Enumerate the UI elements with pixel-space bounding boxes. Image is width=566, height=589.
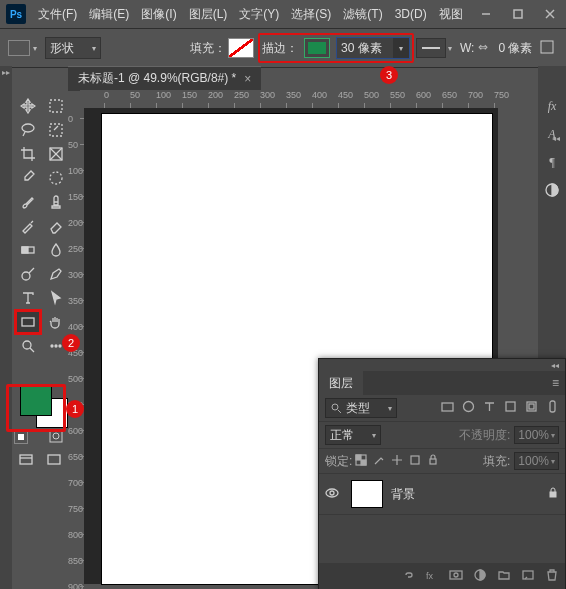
document-tab[interactable]: 未标题-1 @ 49.9%(RGB/8#) * ×	[68, 66, 261, 91]
filter-smart-icon[interactable]	[525, 400, 538, 416]
expand-right-dock-icon[interactable]: ◂◂	[552, 134, 560, 143]
eraser-tool[interactable]	[44, 215, 68, 237]
stamp-tool[interactable]	[44, 191, 68, 213]
filter-shape-icon[interactable]	[504, 400, 517, 416]
group-layers-icon[interactable]	[497, 568, 511, 585]
lock-image-icon[interactable]	[370, 454, 388, 469]
menu-select[interactable]: 选择(S)	[285, 6, 337, 23]
svg-point-46	[454, 573, 458, 577]
menu-layer[interactable]: 图层(L)	[183, 6, 234, 23]
marquee-tool[interactable]	[44, 95, 68, 117]
stroke-style-picker[interactable]	[416, 38, 446, 58]
filter-type-icon[interactable]	[483, 400, 496, 416]
menu-file[interactable]: 文件(F)	[32, 6, 83, 23]
svg-point-28	[332, 404, 338, 410]
layer-mask-icon[interactable]	[449, 568, 463, 585]
frame-tool[interactable]	[44, 143, 68, 165]
svg-text:fx: fx	[426, 571, 434, 581]
menu-edit[interactable]: 编辑(E)	[83, 6, 135, 23]
screen-mode-full[interactable]	[42, 449, 66, 471]
lock-position-icon[interactable]	[388, 454, 406, 469]
collapse-panel-icon[interactable]: ◂◂	[551, 361, 559, 370]
link-layers-icon[interactable]	[401, 568, 415, 585]
adjustment-layer-icon[interactable]	[473, 568, 487, 585]
paragraph-panel-icon[interactable]: ¶	[538, 148, 566, 176]
menu-filter[interactable]: 滤镜(T)	[337, 6, 388, 23]
lasso-tool[interactable]	[16, 119, 40, 141]
expand-left-dock-icon[interactable]: ▸▸	[2, 68, 10, 77]
quick-select-tool[interactable]	[44, 119, 68, 141]
healing-tool[interactable]	[44, 167, 68, 189]
eyedropper-tool[interactable]	[16, 167, 40, 189]
dodge-tool[interactable]	[16, 263, 40, 285]
lock-all-icon[interactable]	[424, 454, 442, 469]
path-select-tool[interactable]	[44, 287, 68, 309]
layer-visibility-icon[interactable]	[325, 486, 343, 503]
menu-view[interactable]: 视图	[433, 6, 469, 23]
layer-row[interactable]: 背景	[319, 474, 565, 515]
blend-mode-dropdown[interactable]: 正常 ▾	[325, 425, 381, 445]
panel-menu-icon[interactable]: ≡	[552, 376, 559, 390]
svg-rect-45	[450, 571, 462, 579]
delete-layer-icon[interactable]	[545, 568, 559, 585]
svg-point-20	[55, 345, 57, 347]
history-brush-tool[interactable]	[16, 215, 40, 237]
hand-tool[interactable]	[44, 311, 68, 333]
styles-panel-icon[interactable]: fx	[538, 92, 566, 120]
type-tool[interactable]	[16, 287, 40, 309]
lock-transparency-icon[interactable]	[352, 454, 370, 469]
filter-pixel-icon[interactable]	[441, 400, 454, 416]
crop-tool[interactable]	[16, 143, 40, 165]
filter-adjust-icon[interactable]	[462, 400, 475, 416]
svg-rect-35	[550, 401, 555, 412]
ruler-tick: 50	[130, 90, 140, 100]
rectangle-tool[interactable]	[16, 311, 40, 333]
opacity-input[interactable]: 100% ▾	[514, 426, 559, 444]
fill-label: 填充：	[190, 40, 226, 57]
svg-point-42	[330, 491, 334, 495]
new-layer-icon[interactable]	[521, 568, 535, 585]
default-colors-icon[interactable]	[14, 430, 28, 444]
menu-3d[interactable]: 3D(D)	[389, 7, 433, 21]
layer-fx-icon[interactable]: fx	[425, 568, 439, 585]
zoom-tool[interactable]	[16, 335, 40, 357]
screen-mode-standard[interactable]	[14, 449, 38, 471]
move-tool[interactable]	[16, 95, 40, 117]
brush-tool[interactable]	[16, 191, 40, 213]
svg-point-14	[22, 272, 30, 280]
width-value[interactable]: 0 像素	[498, 40, 532, 57]
menu-image[interactable]: 图像(I)	[135, 6, 182, 23]
link-icon[interactable]: ⇔	[478, 40, 494, 56]
blur-tool[interactable]	[44, 239, 68, 261]
stroke-color-picker[interactable]	[304, 38, 330, 58]
filter-toggle-icon[interactable]	[546, 400, 559, 416]
layer-thumbnail[interactable]	[351, 480, 383, 508]
layers-tab[interactable]: 图层	[319, 371, 363, 395]
filter-label: 类型	[346, 400, 370, 417]
svg-rect-48	[523, 571, 533, 579]
callout-1: 1	[66, 400, 84, 418]
fill-opacity-input[interactable]: 100% ▾	[514, 452, 559, 470]
window-maximize[interactable]	[502, 0, 534, 28]
window-minimize[interactable]	[470, 0, 502, 28]
lock-artboard-icon[interactable]	[406, 454, 424, 469]
pen-tool[interactable]	[44, 263, 68, 285]
window-close[interactable]	[534, 0, 566, 28]
layer-name[interactable]: 背景	[391, 486, 415, 503]
chevron-down-icon[interactable]: ▾	[393, 38, 409, 58]
ruler-tick: 650	[68, 452, 83, 462]
main-menu: 文件(F) 编辑(E) 图像(I) 图层(L) 文字(Y) 选择(S) 滤镜(T…	[32, 0, 469, 28]
adjustments-panel-icon[interactable]	[538, 176, 566, 204]
opacity-label: 不透明度:	[459, 427, 510, 444]
gradient-tool[interactable]	[16, 239, 40, 261]
tool-preset-picker[interactable]	[8, 40, 30, 56]
ruler-tick: 300	[68, 270, 83, 280]
ruler-tick: 750	[68, 504, 83, 514]
layer-filter-dropdown[interactable]: 类型 ▾	[325, 398, 397, 418]
align-icon[interactable]	[536, 40, 554, 57]
menu-type[interactable]: 文字(Y)	[233, 6, 285, 23]
shape-mode-dropdown[interactable]: 形状 ▾	[45, 37, 101, 59]
stroke-width-input[interactable]: 30 像素 ▾	[336, 37, 410, 59]
fill-color-picker[interactable]	[228, 38, 254, 58]
close-tab-icon[interactable]: ×	[244, 72, 251, 86]
